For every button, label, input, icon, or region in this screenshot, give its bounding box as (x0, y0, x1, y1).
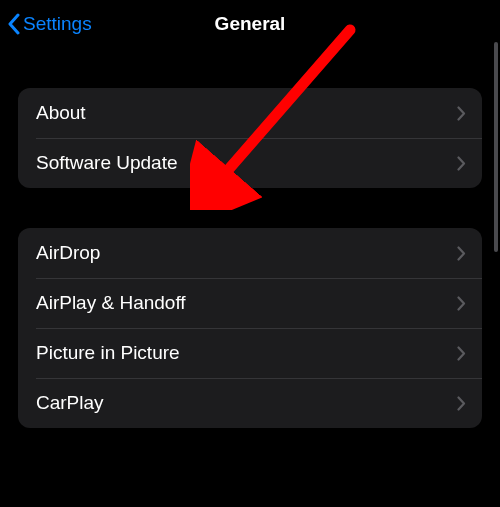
row-airdrop[interactable]: AirDrop (18, 228, 482, 278)
chevron-right-icon (457, 296, 466, 311)
chevron-right-icon (457, 106, 466, 121)
settings-content: About Software Update AirDrop AirPlay & … (0, 88, 500, 428)
row-label: AirDrop (36, 242, 100, 264)
settings-group-1: About Software Update (18, 88, 482, 188)
row-label: Picture in Picture (36, 342, 180, 364)
chevron-right-icon (457, 246, 466, 261)
chevron-right-icon (457, 396, 466, 411)
settings-group-2: AirDrop AirPlay & Handoff Picture in Pic… (18, 228, 482, 428)
row-label: About (36, 102, 86, 124)
chevron-left-icon (6, 13, 20, 35)
row-airplay-handoff[interactable]: AirPlay & Handoff (18, 278, 482, 328)
row-label: CarPlay (36, 392, 104, 414)
chevron-right-icon (457, 346, 466, 361)
back-label: Settings (23, 13, 92, 35)
scrollbar[interactable] (494, 42, 498, 252)
row-picture-in-picture[interactable]: Picture in Picture (18, 328, 482, 378)
navigation-bar: Settings General (0, 0, 500, 48)
row-label: Software Update (36, 152, 178, 174)
chevron-right-icon (457, 156, 466, 171)
back-button[interactable]: Settings (6, 13, 92, 35)
row-about[interactable]: About (18, 88, 482, 138)
row-software-update[interactable]: Software Update (18, 138, 482, 188)
row-label: AirPlay & Handoff (36, 292, 186, 314)
row-carplay[interactable]: CarPlay (18, 378, 482, 428)
